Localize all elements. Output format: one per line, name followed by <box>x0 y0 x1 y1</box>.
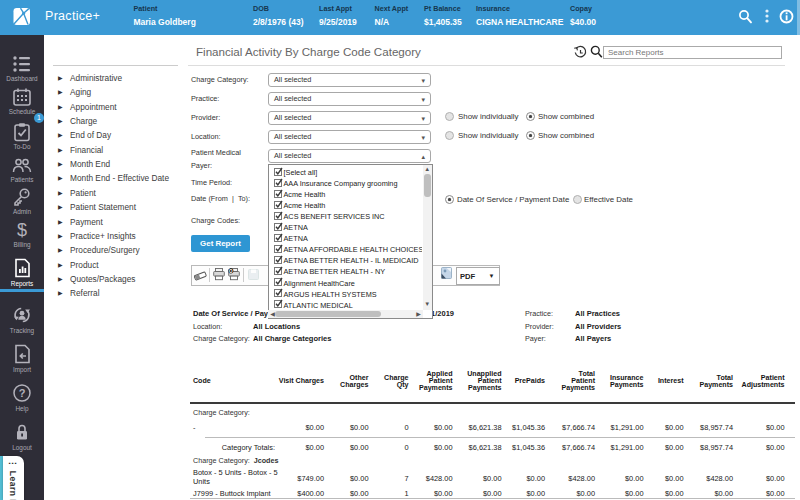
svg-text:?: ? <box>19 387 26 399</box>
svg-text:O: O <box>229 269 233 274</box>
svg-text:$: $ <box>17 220 27 240</box>
